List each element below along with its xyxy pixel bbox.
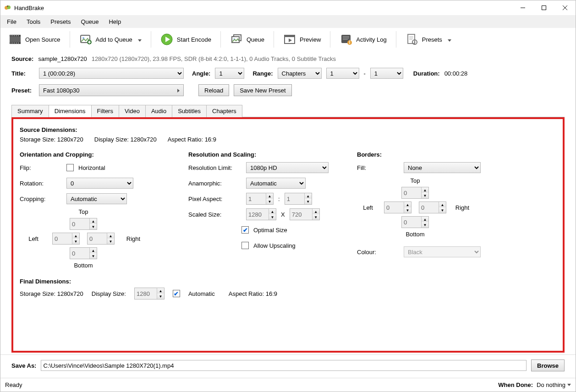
reload-button[interactable]: Reload [198, 84, 229, 96]
range-label: Range: [252, 70, 273, 77]
add-to-queue-button[interactable]: Add to Queue [75, 31, 146, 48]
crop-top-spinner[interactable]: ▲▼ [70, 218, 97, 230]
final-automatic-label: Automatic [188, 290, 215, 297]
menu-file[interactable]: File [2, 16, 21, 27]
crop-left-label: Left [28, 235, 38, 242]
activity-log-label: Activity Log [356, 36, 386, 43]
saveas-row: Save As: Browse [0, 354, 576, 378]
saveas-input[interactable] [41, 360, 527, 371]
fill-select[interactable]: None [404, 162, 481, 173]
tab-video[interactable]: Video [119, 105, 146, 117]
tab-subtitles[interactable]: Subtitles [172, 105, 207, 117]
preset-row: Preset: Fast 1080p30 Reload Save New Pre… [11, 84, 565, 96]
anamorphic-select[interactable]: Automatic [246, 178, 306, 189]
queue-button[interactable]: Queue [225, 31, 269, 48]
menu-presets[interactable]: Presets [46, 16, 75, 27]
par-x-spinner[interactable]: ▲▼ [246, 193, 274, 205]
angle-label: Angle: [192, 70, 210, 77]
scaled-height-spinner[interactable]: ▲▼ [290, 208, 320, 220]
open-source-button[interactable]: Open Source [4, 31, 65, 48]
status-text: Ready [5, 381, 22, 388]
source-name: sample_1280x720 [38, 55, 87, 62]
svg-marker-32 [289, 38, 292, 42]
preview-button[interactable]: Preview [279, 31, 325, 48]
svg-rect-39 [408, 34, 415, 44]
range-to-select[interactable]: 1 [370, 68, 403, 79]
flip-horizontal-label: Horizontal [78, 164, 105, 171]
tab-filters[interactable]: Filters [92, 105, 119, 117]
tab-dimensions[interactable]: Dimensions [49, 105, 92, 117]
svg-rect-12 [14, 35, 15, 36]
preset-value: Fast 1080p30 [43, 87, 80, 94]
reslimit-select[interactable]: 1080p HD [246, 162, 329, 173]
svg-rect-17 [14, 43, 15, 44]
when-done-dropdown[interactable]: Do nothing [537, 381, 571, 388]
svg-rect-14 [18, 35, 19, 36]
tab-summary[interactable]: Summary [11, 105, 49, 117]
svg-text:i: i [349, 38, 351, 45]
colour-label: Colour: [357, 249, 399, 256]
presets-button[interactable]: Presets [401, 31, 456, 48]
svg-rect-31 [285, 35, 295, 37]
final-automatic-checkbox[interactable] [173, 290, 180, 297]
rotation-select[interactable]: 0 [66, 178, 133, 189]
fill-label: Fill: [357, 164, 399, 171]
angle-select[interactable]: 1 [215, 68, 244, 79]
window-minimize-button[interactable] [512, 0, 533, 15]
border-right-spinner[interactable]: ▲▼ [419, 201, 446, 213]
par-y-spinner[interactable]: ▲▼ [285, 193, 312, 205]
range-from-select[interactable]: 1 [326, 68, 359, 79]
presets-label: Presets [422, 36, 442, 43]
title-row: Title: 1 (00:00:28) Angle: 1 Range: Chap… [11, 68, 565, 79]
preset-select[interactable]: Fast 1080p30 [39, 84, 184, 96]
optimal-size-checkbox[interactable] [241, 226, 249, 234]
border-top-spinner[interactable]: ▲▼ [401, 187, 429, 199]
stack-icon [230, 33, 243, 46]
window-close-button[interactable] [554, 0, 576, 15]
svg-rect-16 [12, 43, 13, 44]
final-display-spinner[interactable]: ▲▼ [134, 288, 165, 299]
chevron-right-icon [177, 87, 180, 94]
allow-upscaling-checkbox[interactable] [241, 242, 249, 249]
range-type-select[interactable]: Chapters [278, 68, 322, 79]
final-dimensions-title: Final Dimensions: [20, 278, 556, 285]
saveas-label: Save As: [11, 362, 36, 369]
final-dimensions-row: Storage Size: 1280x720 Display Size: ▲▼ … [20, 288, 556, 299]
colour-select[interactable]: Black [404, 246, 481, 257]
menu-help[interactable]: Help [104, 16, 126, 27]
dimensions-panel: Source Dimensions: Storage Size: 1280x72… [11, 117, 565, 353]
border-bottom-spinner[interactable]: ▲▼ [401, 216, 429, 228]
cropping-select[interactable]: Automatic [66, 193, 127, 204]
browse-button[interactable]: Browse [531, 359, 565, 371]
tab-audio[interactable]: Audio [146, 105, 172, 117]
title-select[interactable]: 1 (00:00:28) [39, 68, 184, 79]
chevron-down-icon[interactable] [448, 36, 451, 43]
activity-log-button[interactable]: i Activity Log [335, 31, 391, 48]
crop-bottom-label: Bottom [74, 262, 93, 269]
content-area: Source: sample_1280x720 1280x720 (1280x7… [0, 51, 576, 354]
start-encode-button[interactable]: Start Encode [156, 31, 216, 48]
preview-icon [283, 33, 296, 46]
save-new-preset-button[interactable]: Save New Preset [234, 84, 291, 96]
crop-right-spinner[interactable]: ▲▼ [87, 233, 115, 245]
source-row: Source: sample_1280x720 1280x720 (1280x7… [11, 55, 565, 62]
chevron-down-icon[interactable] [138, 36, 142, 43]
svg-rect-19 [18, 43, 19, 44]
crop-top-label: Top [79, 208, 88, 215]
menu-queue[interactable]: Queue [76, 16, 103, 27]
border-left-spinner[interactable]: ▲▼ [384, 201, 411, 213]
flip-label: Flip: [20, 164, 62, 171]
crop-left-spinner[interactable]: ▲▼ [52, 233, 80, 245]
source-label: Source: [11, 55, 33, 62]
resolution-column: Resolution and Scaling: Resolution Limit… [188, 148, 335, 269]
crop-bottom-spinner[interactable]: ▲▼ [70, 247, 97, 259]
tab-chapters[interactable]: Chapters [207, 105, 242, 117]
duration-value: 00:00:28 [444, 70, 468, 77]
duration-label: Duration: [413, 70, 440, 77]
window-maximize-button[interactable] [533, 0, 554, 15]
play-icon [160, 33, 173, 46]
flip-horizontal-checkbox[interactable] [66, 164, 74, 171]
scaled-width-spinner[interactable]: ▲▼ [246, 208, 276, 220]
par-colon: : [278, 196, 280, 202]
menu-tools[interactable]: Tools [22, 16, 45, 27]
